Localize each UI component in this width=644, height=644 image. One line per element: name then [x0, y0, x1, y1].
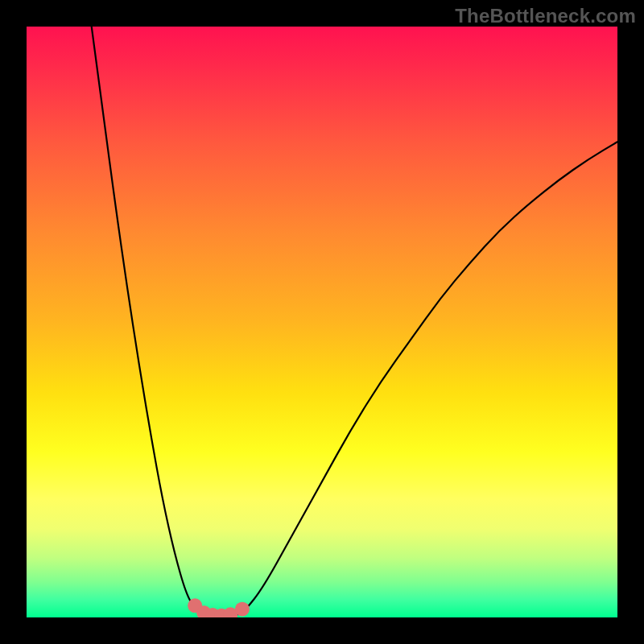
curve-markers — [188, 598, 250, 617]
bottleneck-curve — [92, 27, 617, 617]
chart-svg — [27, 27, 617, 617]
chart-frame — [27, 27, 617, 617]
watermark-text: TheBottleneck.com — [455, 5, 636, 27]
curve-marker — [235, 602, 250, 617]
